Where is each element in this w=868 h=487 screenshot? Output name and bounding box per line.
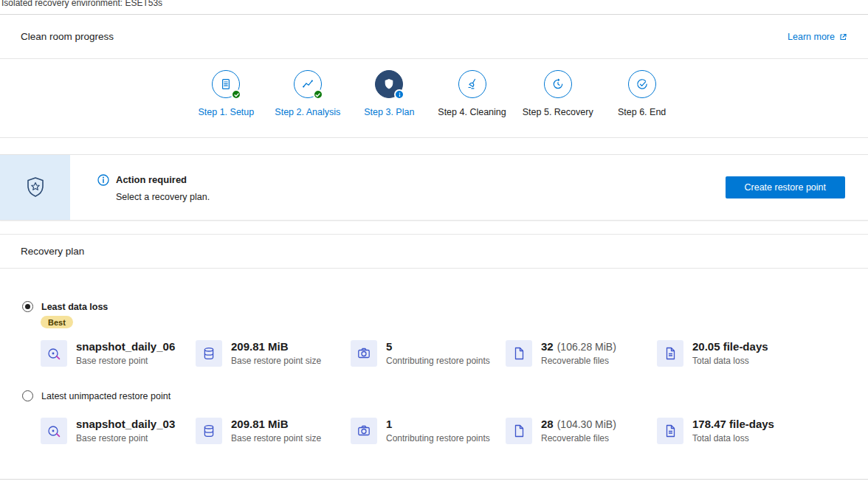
stat-label: Base restore point size <box>231 433 321 443</box>
plan-shield-icon <box>382 77 396 91</box>
plan-option-latest-unimpacted: Latest unimpacted restore point <box>0 390 868 401</box>
stat-value: 209.81 MiB <box>231 418 321 430</box>
progress-stepper: Step 1. Setup Step 2. Analysis <box>0 59 868 138</box>
banner-accent-panel <box>0 155 70 220</box>
stat-value: snapshot_daily_03 <box>76 418 175 430</box>
stepper-step-plan[interactable]: Step 3. Plan <box>356 70 421 117</box>
stepper-step-recovery[interactable]: Step 5. Recovery <box>523 70 593 117</box>
snapshot-camera-icon <box>351 418 377 444</box>
stat-extra: (104.30 MiB) <box>557 418 616 430</box>
step-complete-check-icon <box>313 89 323 100</box>
radio-latest-unimpacted[interactable] <box>22 390 33 401</box>
step-label: Step 2. Analysis <box>275 107 340 117</box>
shield-star-icon <box>23 175 48 200</box>
stat-total-data-loss: 178.47 file-days Total data loss <box>657 418 868 444</box>
restore-point-icon <box>41 340 67 367</box>
stat-value: 178.47 file-days <box>692 418 774 430</box>
stat-label: Total data loss <box>692 356 768 366</box>
stat-label: Base restore point <box>76 433 175 443</box>
clean-room-header: Clean room progress Learn more <box>0 15 868 59</box>
stat-base-restore-point-size: 209.81 MiB Base restore point size <box>196 340 351 367</box>
banner-title: Action required <box>116 174 187 185</box>
step-label: Step 6. End <box>618 107 666 117</box>
step-label: Step 3. Plan <box>364 107 414 117</box>
option-2-stats-row: snapshot_daily_03 Base restore point 209… <box>0 418 868 444</box>
analysis-chart-icon <box>301 77 314 91</box>
step-complete-check-icon <box>231 89 241 100</box>
stat-label: Recoverable files <box>541 356 616 366</box>
step-info-badge-icon <box>394 89 404 100</box>
environment-strip: Isolated recovery environment: ESET53s <box>0 0 868 15</box>
step-label: Step 4. Cleaning <box>438 107 506 117</box>
stat-value: 209.81 MiB <box>231 340 321 353</box>
stat-label: Contributing restore points <box>386 433 490 443</box>
file-icon <box>506 418 532 444</box>
recovery-restore-icon <box>551 77 565 91</box>
option-label[interactable]: Least data loss <box>41 302 108 312</box>
learn-more-link[interactable]: Learn more <box>788 32 847 42</box>
file-days-icon <box>657 340 683 367</box>
end-check-circle-icon <box>636 77 649 91</box>
stat-base-restore-point: snapshot_daily_03 Base restore point <box>41 418 196 444</box>
plan-option-least-data-loss: Least data loss <box>0 269 868 312</box>
recovery-plan-header: Recovery plan <box>0 235 868 269</box>
page-title: Clean room progress <box>21 31 114 42</box>
option-label[interactable]: Latest unimpacted restore point <box>41 391 170 401</box>
database-icon <box>196 418 222 444</box>
stat-value: 28(104.30 MiB) <box>541 418 616 430</box>
stat-contributing-restore-points: 5 Contributing restore points <box>351 340 506 367</box>
restore-point-icon <box>41 418 67 444</box>
create-restore-point-button[interactable]: Create restore point <box>726 176 845 198</box>
recovery-plan-content: Least data loss Best snapshot_daily_06 B… <box>0 269 868 480</box>
stat-value: snapshot_daily_06 <box>76 340 175 353</box>
banner-body: Action required Select a recovery plan. … <box>70 155 868 220</box>
stat-contributing-restore-points: 1 Contributing restore points <box>351 418 506 444</box>
step-label: Step 1. Setup <box>198 107 254 117</box>
action-required-banner: Action required Select a recovery plan. … <box>0 154 868 221</box>
stepper-step-end[interactable]: Step 6. End <box>610 70 675 117</box>
stat-label: Base restore point size <box>231 356 321 366</box>
stepper-step-analysis[interactable]: Step 2. Analysis <box>275 70 340 117</box>
stat-label: Recoverable files <box>541 433 616 443</box>
radio-least-data-loss[interactable] <box>22 301 33 312</box>
step-label: Step 5. Recovery <box>523 107 593 117</box>
external-link-icon <box>838 32 847 41</box>
stat-base-restore-point: snapshot_daily_06 Base restore point <box>41 340 196 367</box>
stat-value: 32(106.28 MiB) <box>541 340 616 353</box>
best-badge: Best <box>41 316 73 328</box>
setup-document-icon <box>219 77 232 91</box>
stat-recoverable-files: 32(106.28 MiB) Recoverable files <box>506 340 657 367</box>
stepper-step-setup[interactable]: Step 1. Setup <box>193 70 258 117</box>
info-icon <box>97 173 110 187</box>
stat-base-restore-point-size: 209.81 MiB Base restore point size <box>196 418 351 444</box>
stat-total-data-loss: 20.05 file-days Total data loss <box>657 340 868 367</box>
environment-label: Isolated recovery environment: ESET53s <box>0 0 868 8</box>
snapshot-camera-icon <box>351 340 377 367</box>
database-icon <box>196 340 222 367</box>
recovery-plan-title: Recovery plan <box>21 246 84 257</box>
stat-label: Base restore point <box>76 356 175 366</box>
stat-recoverable-files: 28(104.30 MiB) Recoverable files <box>506 418 657 444</box>
file-icon <box>506 340 532 367</box>
option-1-stats-row: snapshot_daily_06 Base restore point 209… <box>0 340 868 367</box>
learn-more-label: Learn more <box>788 32 835 42</box>
stat-value: 5 <box>386 340 490 353</box>
stat-label: Total data loss <box>692 433 774 443</box>
file-days-icon <box>657 418 683 444</box>
cleaning-broom-icon <box>466 77 479 91</box>
recovery-plan-section: Recovery plan Least data loss Best snaps… <box>0 234 868 480</box>
banner-message: Select a recovery plan. <box>97 192 210 202</box>
stat-value: 20.05 file-days <box>692 340 768 353</box>
stat-label: Contributing restore points <box>386 356 490 366</box>
stat-extra: (106.28 MiB) <box>557 341 616 353</box>
stepper-step-cleaning[interactable]: Step 4. Cleaning <box>438 70 506 117</box>
stat-value: 1 <box>386 418 490 430</box>
